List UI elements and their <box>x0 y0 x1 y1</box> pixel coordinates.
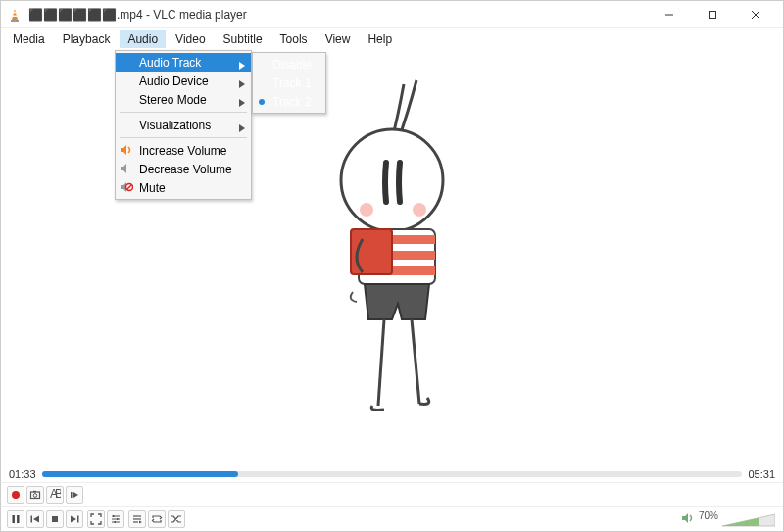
speaker-icon[interactable] <box>681 511 695 528</box>
vlc-cone-icon <box>7 7 23 23</box>
submenu-arrow-icon <box>239 121 245 135</box>
svg-marker-34 <box>74 492 78 498</box>
elapsed-time[interactable]: 01:33 <box>9 468 36 480</box>
svg-rect-46 <box>117 518 119 520</box>
svg-line-26 <box>412 319 419 404</box>
svg-marker-40 <box>71 515 76 522</box>
shuffle-button[interactable] <box>168 510 185 528</box>
video-frame-illustration <box>294 73 490 445</box>
audio-device-item[interactable]: Audio Device <box>116 72 251 90</box>
menubar: Media Playback Audio Video Subtitle Tool… <box>1 28 783 50</box>
svg-marker-52 <box>682 513 688 523</box>
volume-down-icon <box>120 162 133 175</box>
menu-audio[interactable]: Audio <box>120 30 166 48</box>
seek-bar[interactable] <box>42 471 743 477</box>
maximize-button[interactable] <box>691 1 734 28</box>
record-button[interactable] <box>7 486 24 504</box>
svg-point-18 <box>360 203 373 217</box>
svg-rect-36 <box>17 515 19 523</box>
audio-dropdown: Audio Track Disable Track 1 Track 2 <box>115 50 252 200</box>
svg-marker-0 <box>12 9 18 20</box>
svg-marker-11 <box>239 124 245 132</box>
svg-rect-5 <box>710 11 716 18</box>
menu-help[interactable]: Help <box>360 30 400 48</box>
frame-step-button[interactable] <box>66 486 83 504</box>
svg-rect-41 <box>77 515 79 522</box>
svg-rect-30 <box>33 490 36 492</box>
menu-subtitle[interactable]: Subtitle <box>216 30 270 48</box>
loop-a-b-button[interactable]: AB <box>46 486 64 504</box>
svg-marker-12 <box>121 145 126 155</box>
svg-rect-2 <box>13 12 17 13</box>
vlc-window: ⬛⬛⬛⬛⬛⬛.mp4 - VLC media player Media Play… <box>0 0 784 532</box>
controls-row-2: 70% <box>1 506 783 531</box>
audio-track-1[interactable]: Track 1 <box>253 73 325 92</box>
extended-settings-button[interactable] <box>107 510 124 528</box>
next-button[interactable] <box>66 510 83 528</box>
svg-rect-39 <box>52 516 58 522</box>
seek-progress-fill <box>42 471 239 477</box>
svg-rect-47 <box>115 521 117 523</box>
svg-marker-38 <box>33 515 39 522</box>
svg-text:B: B <box>55 489 61 501</box>
svg-rect-33 <box>71 492 73 498</box>
svg-marker-8 <box>239 62 245 70</box>
controls-row-1: AB <box>1 482 783 506</box>
svg-rect-1 <box>11 20 19 22</box>
minimize-button[interactable] <box>648 1 691 28</box>
svg-marker-13 <box>121 164 126 173</box>
stop-button[interactable] <box>46 510 64 528</box>
menu-separator <box>120 112 247 113</box>
svg-point-19 <box>413 203 426 217</box>
submenu-arrow-icon <box>239 59 245 73</box>
total-time[interactable]: 05:31 <box>748 468 775 480</box>
svg-line-16 <box>127 185 132 190</box>
svg-point-27 <box>12 491 20 499</box>
increase-volume-item[interactable]: Increase Volume <box>116 141 251 160</box>
menu-media[interactable]: Media <box>5 30 53 48</box>
close-button[interactable] <box>734 1 777 28</box>
window-title-sep: - <box>143 8 154 22</box>
window-title-app: VLC media player <box>153 8 246 22</box>
audio-track-disable[interactable]: Disable <box>253 55 325 73</box>
svg-marker-10 <box>239 99 245 107</box>
menu-view[interactable]: View <box>318 30 359 48</box>
audio-track-item[interactable]: Audio Track Disable Track 1 Track 2 <box>116 53 251 72</box>
titlebar: ⬛⬛⬛⬛⬛⬛.mp4 - VLC media player <box>1 1 783 28</box>
menu-video[interactable]: Video <box>168 30 213 48</box>
svg-rect-37 <box>31 515 33 522</box>
audio-track-submenu: Disable Track 1 Track 2 <box>252 52 326 114</box>
stereo-mode-item[interactable]: Stereo Mode <box>116 90 251 109</box>
svg-point-17 <box>341 129 443 231</box>
playlist-button[interactable] <box>128 510 146 528</box>
volume-percent: 70% <box>699 510 718 521</box>
decrease-volume-item[interactable]: Decrease Volume <box>116 160 251 178</box>
fullscreen-button[interactable] <box>87 510 105 528</box>
time-seek-row: 01:33 05:31 <box>1 466 783 482</box>
submenu-arrow-icon <box>239 96 245 110</box>
visualizations-item[interactable]: Visualizations <box>116 116 251 134</box>
selected-bullet-icon <box>259 99 265 105</box>
snapshot-button[interactable] <box>26 486 44 504</box>
window-title-filename: ⬛⬛⬛⬛⬛⬛.mp4 <box>28 8 143 22</box>
menu-separator <box>120 137 247 138</box>
previous-button[interactable] <box>26 510 44 528</box>
menu-playback[interactable]: Playback <box>55 30 119 48</box>
pause-button[interactable] <box>7 510 24 528</box>
audio-track-2[interactable]: Track 2 <box>253 92 325 111</box>
svg-rect-3 <box>13 15 18 16</box>
svg-rect-35 <box>13 515 15 523</box>
svg-rect-45 <box>113 515 115 517</box>
svg-marker-51 <box>139 520 142 523</box>
volume-up-icon <box>120 143 133 157</box>
loop-button[interactable] <box>148 510 166 528</box>
svg-point-29 <box>33 493 37 497</box>
mute-item[interactable]: Mute <box>116 178 251 197</box>
mute-icon <box>120 180 133 194</box>
volume-slider[interactable] <box>722 512 775 528</box>
svg-line-25 <box>378 319 384 406</box>
audio-track-label: Audio Track <box>139 56 201 70</box>
svg-marker-9 <box>239 80 245 88</box>
volume-control: 70% <box>681 510 775 529</box>
menu-tools[interactable]: Tools <box>272 30 316 48</box>
